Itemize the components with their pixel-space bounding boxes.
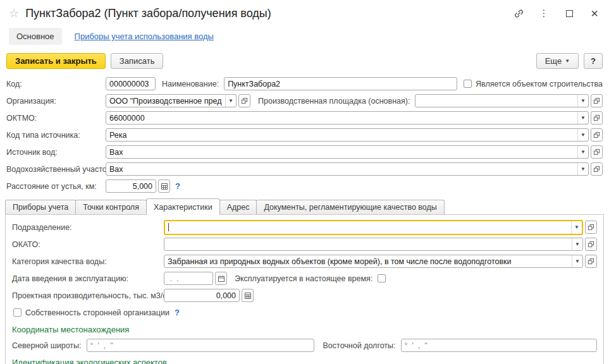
row-water-area: Водохозяйственный участок: ▼ [6, 161, 603, 178]
tab-zone: Приборы учета Точки контроля Характерист… [5, 198, 604, 364]
water-area-open-icon[interactable] [591, 162, 603, 176]
water-source-field: ▼ [106, 145, 589, 159]
window: ☆ ПунктЗабора2 (Пункт забора/получения в… [0, 0, 609, 364]
site-input[interactable] [415, 95, 577, 107]
water-area-input[interactable] [106, 163, 577, 175]
water-source-open-icon[interactable] [591, 145, 603, 159]
maximize-icon[interactable] [563, 8, 575, 19]
characteristics-panel: Подразделение: ▼ ОКАТО: ▼ [5, 214, 604, 364]
tab-address[interactable]: Адрес [219, 200, 257, 214]
capacity-label: Проектная производительность, тыс. м3/су… [12, 291, 164, 300]
row-capacity: Проектная производительность, тыс. м3/су… [12, 287, 597, 304]
nav-strip: Основное Приборы учета использования вод… [0, 23, 609, 51]
longitude-label: Восточной долготы: [323, 341, 396, 350]
oktmo-input[interactable] [106, 112, 577, 124]
row-code-name: Код: Наименование: Является объектом стр… [6, 75, 603, 92]
site-open-icon[interactable] [591, 94, 603, 107]
eco-section-header: Идентификация экологических аспектов [12, 354, 597, 364]
name-input[interactable] [225, 78, 457, 90]
commissioning-date-input[interactable] [164, 272, 212, 284]
row-commissioning-date: Дата введения в эксплуатацию: Эксплуатир… [12, 270, 597, 287]
tab-quality-documents[interactable]: Документы, регламентирующие качество вод… [256, 200, 444, 214]
source-type-dropdown-icon[interactable]: ▼ [577, 129, 588, 141]
water-area-field: ▼ [106, 162, 589, 176]
water-quality-dropdown-icon[interactable]: ▼ [572, 255, 582, 267]
main-form: Код: Наименование: Является объектом стр… [0, 74, 609, 195]
code-field [106, 77, 156, 90]
department-dropdown-icon[interactable]: ▼ [571, 221, 582, 234]
oktmo-open-icon[interactable] [591, 111, 603, 124]
capacity-input[interactable] [164, 289, 239, 301]
calendar-icon[interactable] [215, 272, 227, 285]
window-header: ☆ ПунктЗабора2 (Пункт забора/получения в… [0, 0, 609, 23]
tab-characteristics[interactable]: Характеристики [146, 198, 220, 215]
latitude-field [87, 339, 314, 352]
distance-help-icon[interactable]: ? [175, 181, 180, 191]
department-field: ▼ [164, 220, 583, 235]
distance-label: Расстояние от устья, км: [6, 182, 106, 191]
in-operation-checkbox[interactable] [378, 274, 386, 282]
distance-input[interactable] [106, 180, 156, 192]
close-icon[interactable]: × [589, 8, 600, 19]
department-label: Подразделение: [12, 223, 164, 232]
help-button[interactable]: ? [584, 53, 603, 69]
okato-input[interactable] [164, 238, 572, 250]
row-water-source: Источник вод: ▼ [6, 143, 603, 161]
row-water-quality: Категория качества воды: ▼ [12, 253, 597, 270]
longitude-input[interactable] [402, 339, 596, 351]
okato-dropdown-icon[interactable]: ▼ [572, 238, 582, 250]
save-button[interactable]: Записать [111, 53, 164, 69]
latitude-label: Северной широты: [12, 341, 82, 350]
more-button[interactable]: Еще ▼ [536, 53, 579, 69]
tab-strip: Приборы учета Точки контроля Характерист… [5, 198, 604, 214]
page-title: ПунктЗабора2 (Пункт забора/получения вод… [25, 7, 513, 20]
organization-label: Организация: [6, 97, 106, 106]
water-quality-input[interactable] [164, 255, 572, 267]
more-menu-icon[interactable]: ⋮ [538, 8, 550, 19]
construction-checkbox-group: Является объектом строительства [464, 80, 603, 88]
water-source-dropdown-icon[interactable]: ▼ [577, 146, 588, 158]
third-party-checkbox[interactable] [13, 308, 22, 317]
oktmo-dropdown-icon[interactable]: ▼ [577, 112, 588, 124]
water-source-label: Источник вод: [6, 148, 106, 157]
source-type-open-icon[interactable] [591, 128, 603, 142]
organization-open-icon[interactable] [238, 94, 250, 107]
third-party-help-icon[interactable]: ? [175, 308, 180, 317]
row-third-party: Собственность сторонней организации ? [12, 304, 597, 321]
source-type-label: Код типа источника: [6, 131, 106, 140]
construction-checkbox-label: Является объектом строительства [476, 80, 603, 88]
row-oktmo: ОКТМО: ▼ [6, 109, 603, 126]
construction-checkbox[interactable] [464, 80, 472, 88]
save-close-button[interactable]: Записать и закрыть [6, 53, 106, 69]
nav-tab-main[interactable]: Основное [9, 28, 62, 45]
organization-dropdown-icon[interactable]: ▼ [225, 95, 236, 107]
in-operation-label: Эксплуатируется в настоящее время: [235, 274, 372, 283]
distance-calculator-icon[interactable] [158, 179, 170, 193]
okato-label: ОКАТО: [12, 240, 164, 249]
water-quality-open-icon[interactable] [585, 255, 597, 268]
row-department: Подразделение: ▼ [12, 219, 597, 236]
okato-open-icon[interactable] [585, 238, 597, 251]
nav-link-water-meters[interactable]: Приборы учета использования воды [75, 32, 214, 41]
water-area-dropdown-icon[interactable]: ▼ [577, 163, 588, 175]
water-quality-label: Категория качества воды: [12, 257, 164, 266]
site-label: Производственная площадка (основная): [258, 97, 410, 106]
water-quality-field: ▼ [164, 255, 583, 268]
distance-field [106, 179, 156, 193]
favorite-star-icon[interactable]: ☆ [9, 6, 19, 20]
source-type-field: ▼ [106, 128, 589, 142]
water-source-input[interactable] [106, 146, 577, 158]
longitude-field [401, 339, 597, 352]
department-open-icon[interactable] [585, 221, 597, 234]
tab-metering-devices[interactable]: Приборы учета [5, 200, 76, 214]
organization-input[interactable] [106, 95, 225, 107]
site-dropdown-icon[interactable]: ▼ [577, 95, 588, 107]
latitude-input[interactable] [87, 339, 314, 351]
source-type-input[interactable] [106, 129, 577, 141]
capacity-calculator-icon[interactable] [242, 289, 254, 302]
row-distance: Расстояние от устья, км: ? [6, 178, 603, 195]
department-input[interactable] [169, 221, 571, 234]
copy-link-icon[interactable] [513, 8, 524, 19]
tab-control-points[interactable]: Точки контроля [75, 200, 147, 214]
code-input[interactable] [106, 78, 155, 90]
